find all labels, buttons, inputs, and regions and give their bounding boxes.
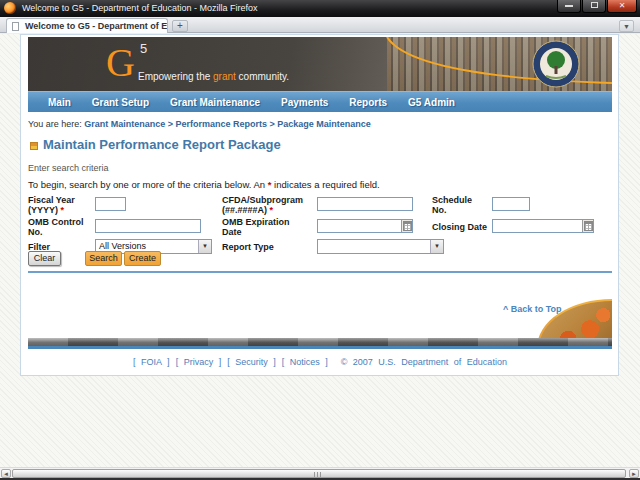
report-type-label: Report Type (222, 242, 274, 252)
breadcrumb-prefix: You are here: (28, 119, 84, 129)
nav-item-grant-setup[interactable]: Grant Setup (92, 97, 149, 108)
window-title-bar[interactable]: Welcome to G5 - Department of Education … (0, 0, 640, 17)
nav-item-grant-maintenance[interactable]: Grant Maintenance (170, 97, 260, 108)
calendar-icon[interactable] (582, 220, 593, 232)
copyright-text: © 2007 U.S. Department of Education (341, 357, 507, 367)
g5-page: G 5 Empowering the grant community. Main… (20, 34, 619, 376)
header-banner: G 5 Empowering the grant community. (28, 37, 612, 91)
new-tab-button[interactable]: + (172, 20, 188, 32)
omb-control-no-label: OMB Control No. (28, 217, 92, 237)
scroll-right-button[interactable]: ► (629, 469, 639, 478)
footer-link-privacy[interactable]: [ Privacy ] (176, 357, 222, 367)
schedule-no-label: Schedule No. (432, 195, 482, 215)
omb-expiration-date-label: OMB Expiration Date (222, 217, 312, 237)
browser-viewport: G 5 Empowering the grant community. Main… (0, 34, 640, 467)
chevron-down-icon: ▼ (430, 240, 443, 253)
closing-date-input[interactable] (493, 220, 581, 232)
tab-welcome-g5[interactable]: Welcome to G5 - Department of Edu... (6, 18, 168, 33)
close-button[interactable]: ✕ (607, 0, 637, 13)
report-type-select[interactable]: ▼ (317, 239, 444, 254)
instruction-text: To begin, search by one or more of the c… (28, 179, 380, 190)
footer-link-notices[interactable]: [ Notices ] (282, 357, 328, 367)
maximize-icon (591, 2, 598, 8)
footer-blue-line (28, 346, 612, 349)
main-nav: Main Grant Setup Grant Maintenance Payme… (28, 91, 612, 112)
omb-expiration-date-input[interactable] (318, 220, 400, 232)
nav-item-reports[interactable]: Reports (349, 97, 387, 108)
omb-control-no-input[interactable] (95, 219, 201, 233)
scroll-left-icon: ◄ (3, 471, 9, 477)
breadcrumb: You are here: Grant Maintenance > Perfor… (28, 119, 371, 129)
schedule-no-input[interactable] (492, 197, 530, 211)
chevron-down-icon: ▼ (623, 23, 630, 30)
scroll-left-button[interactable]: ◄ (1, 469, 11, 478)
page-title: Maintain Performance Report Package (43, 137, 281, 152)
window-title: Welcome to G5 - Department of Education … (22, 3, 257, 13)
list-all-tabs-button[interactable]: ▼ (619, 20, 634, 32)
cfda-subprogram-input[interactable] (317, 197, 413, 211)
g5-logo: G (106, 39, 135, 87)
section-divider (28, 271, 612, 273)
cfda-subprogram-label: CFDA/Subprogram (##.####A) * (222, 195, 312, 215)
chevron-down-icon: ▼ (198, 240, 211, 253)
footer-link-foia[interactable]: [ FOIA ] (133, 357, 170, 367)
close-icon: ✕ (619, 1, 626, 10)
tab-title: Welcome to G5 - Department of Edu... (25, 21, 168, 31)
doe-seal-icon (532, 40, 580, 88)
minimize-icon (565, 5, 573, 7)
page-favicon (12, 22, 19, 31)
fiscal-year-label: Fiscal Year (YYYY) * (28, 195, 92, 215)
omb-expiration-date-field (317, 219, 413, 233)
clear-button[interactable]: Clear (28, 251, 61, 266)
scrollbar-thumb[interactable] (12, 469, 626, 478)
filter-selected-value: All Versions (99, 241, 146, 251)
tab-bar: Welcome to G5 - Department of Edu... + ▼ (0, 17, 640, 33)
page-title-icon (30, 142, 38, 150)
maximize-button[interactable] (582, 0, 606, 13)
firefox-icon (4, 2, 16, 14)
search-criteria-subtitle: Enter search criteria (28, 163, 109, 173)
tagline: Empowering the grant community. (138, 71, 289, 82)
plus-icon: + (177, 20, 183, 31)
fiscal-year-input[interactable] (95, 197, 126, 211)
page-footer: [ FOIA ][ Privacy ][ Security ][ Notices… (21, 357, 619, 367)
nav-item-g5-admin[interactable]: G5 Admin (408, 97, 455, 108)
horizontal-scrollbar[interactable]: ◄ ► (0, 467, 640, 478)
create-button[interactable]: Create (124, 251, 161, 266)
closing-date-field (492, 219, 594, 233)
closing-date-label: Closing Date (432, 222, 492, 232)
back-to-top-link[interactable]: ^ Back to Top (503, 304, 562, 314)
search-button[interactable]: Search (85, 251, 122, 266)
nav-item-payments[interactable]: Payments (281, 97, 328, 108)
browser-window: Welcome to G5 - Department of Education … (0, 0, 640, 480)
scroll-right-icon: ► (631, 471, 637, 477)
footer-photo-strip (28, 338, 612, 346)
calendar-icon[interactable] (401, 220, 412, 232)
footer-link-security[interactable]: [ Security ] (227, 357, 276, 367)
nav-item-main[interactable]: Main (48, 97, 71, 108)
g5-logo-sup: 5 (140, 41, 147, 56)
breadcrumb-path[interactable]: Grant Maintenance > Performance Reports … (84, 119, 371, 129)
scrollbar-grip-icon (314, 472, 323, 477)
minimize-button[interactable] (557, 0, 581, 13)
